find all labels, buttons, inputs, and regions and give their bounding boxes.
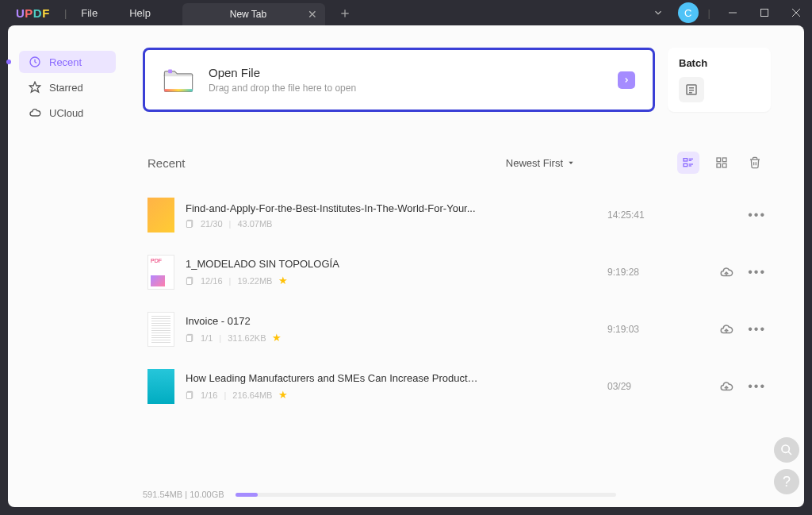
accent-indicator — [6, 60, 11, 64]
svg-rect-25 — [186, 221, 191, 227]
app-logo: UPDF — [16, 6, 50, 20]
svg-rect-21 — [722, 158, 726, 162]
svg-rect-7 — [164, 89, 192, 91]
cloud-upload-icon[interactable] — [719, 322, 733, 336]
file-name: Find-and-Apply-For-the-Best-Institutes-I… — [186, 202, 479, 214]
svg-rect-8 — [168, 69, 172, 73]
open-file-card[interactable]: Open File Drag and drop the file here to… — [143, 48, 655, 112]
more-icon[interactable]: ••• — [748, 208, 766, 222]
pages-icon — [186, 219, 194, 228]
file-row[interactable]: How Leading Manufacturers and SMEs Can I… — [143, 359, 771, 417]
close-button[interactable] — [780, 0, 812, 25]
clock-icon — [29, 56, 41, 68]
file-name: 1_MODELADO SIN TOPOLOGÍA — [186, 258, 479, 270]
list-view-button[interactable] — [677, 152, 699, 174]
delete-button[interactable] — [744, 152, 766, 174]
minimize-button[interactable] — [717, 0, 749, 25]
folder-icon — [163, 67, 194, 93]
file-size: 19.22MB — [237, 276, 272, 286]
help-icon: ? — [783, 474, 791, 490]
star-icon: ★ — [272, 332, 282, 344]
file-time: 9:19:28 — [607, 267, 679, 278]
batch-icon — [679, 77, 704, 102]
file-thumbnail — [147, 312, 174, 347]
open-file-arrow-button[interactable] — [618, 71, 635, 89]
open-file-title: Open File — [209, 66, 356, 79]
batch-title: Batch — [679, 57, 760, 69]
sidebar-item-label: Recent — [49, 56, 82, 68]
tab-title: New Tab — [195, 9, 301, 20]
sidebar-item-recent[interactable]: Recent — [19, 51, 116, 73]
more-icon[interactable]: ••• — [748, 322, 766, 336]
close-icon[interactable]: ✕ — [308, 8, 317, 21]
file-name: How Leading Manufacturers and SMEs Can I… — [186, 372, 479, 384]
pages-icon — [186, 276, 194, 285]
more-icon[interactable]: ••• — [748, 265, 766, 279]
file-meta: 1/1|311.62KB ★ — [186, 332, 607, 344]
window-controls: C | — [653, 0, 812, 25]
new-tab-button[interactable]: ＋ — [338, 3, 352, 22]
more-icon[interactable]: ••• — [748, 379, 766, 394]
svg-marker-13 — [569, 162, 573, 164]
grid-view-button[interactable] — [710, 152, 733, 174]
file-size: 311.62KB — [228, 333, 266, 343]
file-time: 03/29 — [607, 381, 679, 392]
caret-down-icon — [568, 159, 574, 166]
svg-rect-27 — [186, 278, 191, 284]
storage-text: 591.54MB | 10.00GB — [143, 490, 224, 499]
star-icon — [29, 81, 41, 94]
cloud-icon — [29, 106, 41, 119]
svg-rect-6 — [164, 74, 192, 91]
file-row[interactable]: Find-and-Apply-For-the-Best-Institutes-I… — [143, 188, 771, 245]
cloud-upload-icon[interactable] — [719, 265, 733, 279]
storage-bar — [236, 493, 616, 497]
storage-footer: 591.54MB | 10.00GB — [143, 490, 771, 499]
file-row[interactable]: Invoice - 01721/1|311.62KB ★9:19:03••• — [143, 302, 771, 359]
svg-line-33 — [788, 452, 791, 455]
sidebar-item-ucloud[interactable]: UCloud — [19, 102, 116, 124]
grid-icon — [715, 156, 728, 169]
cloud-upload-icon[interactable] — [719, 379, 733, 394]
tab-new[interactable]: New Tab ✕ — [182, 3, 325, 25]
batch-card[interactable]: Batch — [668, 48, 771, 112]
file-row[interactable]: 1_MODELADO SIN TOPOLOGÍA12/16|19.22MB ★9… — [143, 245, 771, 302]
menu-file[interactable]: File — [81, 7, 98, 19]
svg-rect-14 — [684, 159, 688, 161]
open-file-subtitle: Drag and drop the file here to open — [209, 83, 356, 94]
svg-point-32 — [782, 445, 789, 452]
file-time: 9:19:03 — [607, 324, 679, 335]
svg-rect-22 — [717, 163, 721, 167]
avatar[interactable]: C — [678, 2, 699, 23]
file-meta: 21/30|43.07MB — [186, 219, 607, 229]
svg-rect-20 — [717, 158, 721, 162]
search-icon — [780, 444, 793, 456]
sidebar: Recent Starred UCloud — [8, 25, 127, 507]
menu-help[interactable]: Help — [129, 7, 151, 19]
titlebar: UPDF | File Help New Tab ✕ ＋ C | — [0, 0, 812, 25]
file-name: Invoice - 0172 — [186, 315, 479, 327]
svg-rect-23 — [722, 163, 726, 167]
sort-dropdown[interactable]: Newest First — [506, 157, 574, 169]
pages-icon — [186, 333, 194, 342]
svg-rect-1 — [761, 10, 768, 17]
maximize-button[interactable] — [749, 0, 780, 25]
file-thumbnail — [147, 198, 174, 233]
file-thumbnail — [147, 255, 174, 290]
trash-icon — [749, 156, 761, 169]
search-fab[interactable] — [774, 437, 799, 463]
divider: | — [64, 7, 67, 19]
star-icon: ★ — [278, 275, 288, 286]
chevron-down-icon[interactable] — [653, 7, 664, 18]
file-size: 43.07MB — [237, 219, 272, 229]
sidebar-item-starred[interactable]: Starred — [19, 76, 116, 98]
star-icon: ★ — [278, 389, 288, 401]
main-panel: Open File Drag and drop the file here to… — [127, 25, 804, 507]
help-fab[interactable]: ? — [774, 469, 799, 494]
file-pages: 1/1 — [201, 333, 213, 343]
list-header: Recent Newest First — [143, 152, 771, 174]
list-title: Recent — [147, 156, 186, 170]
svg-marker-5 — [29, 82, 40, 92]
file-pages: 12/16 — [201, 276, 223, 286]
file-pages: 21/30 — [201, 219, 223, 229]
file-size: 216.64MB — [232, 390, 272, 400]
